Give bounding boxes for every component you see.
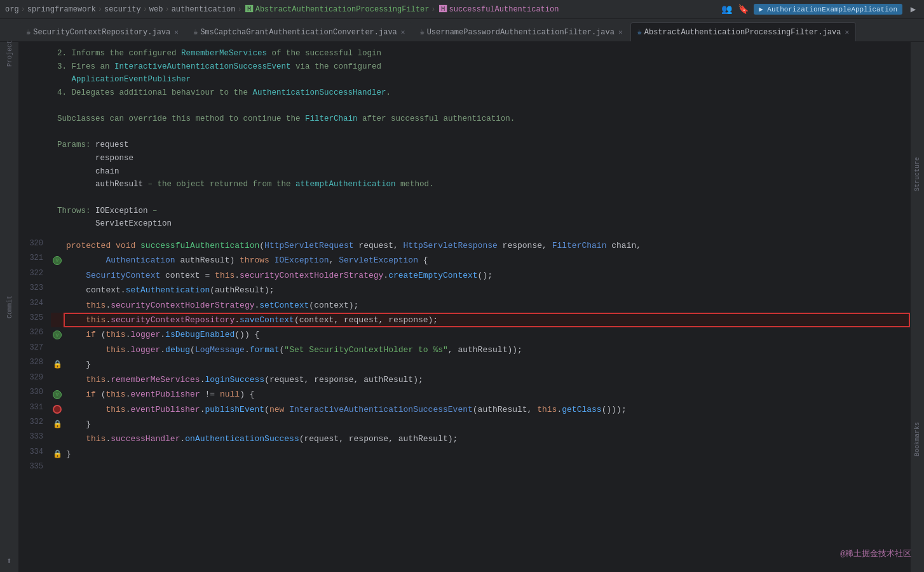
- bookmark-icon-321: ▽: [53, 256, 62, 265]
- tab-sms-captcha[interactable]: ☕ SmsCaptchaGrantAuthenticationConverter…: [186, 22, 412, 41]
- line-num-333: 333: [19, 432, 51, 446]
- tab-close-4[interactable]: ✕: [845, 28, 849, 36]
- code-line-334: 334 🔒 }: [19, 447, 910, 461]
- line-num-329: 329: [19, 372, 51, 387]
- gutter-333: [51, 432, 64, 446]
- doc-line-1: 2. Informs the configured RememberMeServ…: [57, 47, 900, 60]
- lock-icon-328: 🔒: [53, 360, 62, 369]
- line-num-324: 324: [19, 298, 51, 313]
- run-icon[interactable]: ▶: [907, 4, 919, 15]
- doc-line-12: [57, 191, 900, 205]
- gutter-326: ▽: [51, 327, 64, 342]
- line-num-330: 330: [19, 387, 51, 402]
- line-num-322: 322: [19, 268, 51, 283]
- breakpoint-331[interactable]: [53, 405, 62, 414]
- sep3: ›: [143, 5, 147, 14]
- bookmark-icon-330: ▽: [53, 390, 62, 399]
- right-label-bookmarks[interactable]: Bookmarks: [914, 422, 921, 456]
- tab-close-1[interactable]: ✕: [174, 28, 179, 36]
- line-content-334: }: [64, 447, 910, 461]
- gutter-330: ▽: [51, 387, 64, 402]
- gutter-320: [51, 238, 64, 253]
- gutter-324: [51, 298, 64, 313]
- line-num-321: 321: [19, 253, 51, 268]
- code-line-322: 322 SecurityContext context = this.secur…: [19, 268, 910, 283]
- sep2: ›: [98, 5, 102, 14]
- gutter-323: [51, 283, 64, 297]
- tab-abstract-filter[interactable]: ☕ AbstractAuthenticationProcessingFilter…: [630, 22, 857, 41]
- line-num-320: 320: [19, 238, 51, 253]
- tab-label-4: AbstractAuthenticationProcessingFilter.j…: [644, 28, 841, 37]
- line-content-325: this.securityContextRepository.saveConte…: [64, 313, 910, 327]
- line-num-327: 327: [19, 343, 51, 357]
- tab-username-password[interactable]: ☕ UsernamePasswordAuthenticationFilter.j…: [412, 22, 629, 41]
- doc-section: 2. Informs the configured RememberMeServ…: [19, 42, 910, 238]
- gutter-325: [51, 313, 64, 327]
- nav-bar: org › springframework › security › web ›…: [0, 0, 924, 19]
- line-content-328: }: [64, 357, 910, 372]
- bc-org[interactable]: org: [5, 5, 19, 14]
- editor-area[interactable]: 2. Informs the configured RememberMeServ…: [19, 42, 910, 572]
- code-line-323: 323 context.setAuthentication(authResult…: [19, 283, 910, 297]
- doc-line-7: [57, 126, 900, 139]
- bc-authentication[interactable]: authentication: [172, 5, 236, 14]
- code-line-328: 328 🔒 }: [19, 357, 910, 372]
- line-content-321: Authentication authResult) throws IOExce…: [64, 253, 910, 268]
- line-num-326: 326: [19, 327, 51, 342]
- doc-line-6: Subclasses can override this method to c…: [57, 112, 900, 126]
- bc-springframework[interactable]: springframework: [27, 5, 96, 14]
- code-line-327: 327 this.logger.debug(LogMessage.format(…: [19, 343, 910, 357]
- code-line-333: 333 this.successHandler.onAuthentication…: [19, 432, 910, 446]
- lock-icon-334: 🔒: [53, 449, 62, 459]
- gutter-334: 🔒: [51, 447, 64, 461]
- line-num-323: 323: [19, 283, 51, 297]
- bookmark-icon[interactable]: 🔖: [737, 4, 749, 15]
- watermark: @稀土掘金技术社区: [840, 548, 911, 559]
- tab-close-2[interactable]: ✕: [401, 28, 405, 36]
- line-content-320: protected void successfulAuthentication(…: [64, 238, 910, 253]
- tab-security-context[interactable]: ☕ SecurityContextRepository.java ✕: [19, 22, 186, 41]
- doc-line-14: ServletException: [57, 217, 900, 231]
- right-label-structure[interactable]: Structure: [914, 157, 921, 191]
- line-content-323: context.setAuthentication(authResult);: [64, 283, 910, 297]
- gutter-331: [51, 402, 64, 417]
- doc-line-10: chain: [57, 165, 900, 179]
- line-content-332: }: [64, 417, 910, 432]
- sidebar-project-icon[interactable]: Project: [2, 46, 17, 61]
- sidebar-commit-icon[interactable]: Commit: [2, 299, 17, 315]
- lock-icon-332: 🔒: [53, 419, 62, 429]
- sep5: ›: [238, 5, 242, 14]
- gutter-335: [51, 461, 64, 475]
- git-icon[interactable]: 👥: [721, 4, 732, 15]
- gutter-321: ▽: [51, 253, 64, 268]
- bc-class-icon: 🅼: [245, 4, 253, 14]
- doc-line-2: 3. Fires an InteractiveAuthenticationSuc…: [57, 60, 900, 74]
- bc-web[interactable]: web: [149, 5, 163, 14]
- line-content-335: [64, 461, 910, 475]
- tab-label-2: SmsCaptchaGrantAuthenticationConverter.j…: [200, 28, 397, 37]
- bc-filter[interactable]: AbstractAuthenticationProcessingFilter: [255, 5, 430, 14]
- code-line-329: 329 this.rememberMeServices.loginSuccess…: [19, 372, 910, 387]
- line-content-322: SecurityContext context = this.securityC…: [64, 268, 910, 283]
- line-num-331: 331: [19, 402, 51, 417]
- left-sidebar: Project Commit ⬆: [0, 42, 19, 572]
- tab-bar: ☕ SecurityContextRepository.java ✕ ☕ Sms…: [0, 19, 924, 42]
- code-content: 2. Informs the configured RememberMeServ…: [19, 42, 910, 475]
- line-content-330: if (this.eventPublisher != null) {: [64, 387, 910, 402]
- code-line-320: 320 protected void successfulAuthenticat…: [19, 238, 910, 253]
- sep1: ›: [21, 5, 25, 14]
- right-sidebar: Structure Bookmarks: [910, 42, 924, 572]
- bc-method[interactable]: successfulAuthentication: [449, 5, 559, 14]
- app-label[interactable]: ▶ AuthorizationExampleApplication: [754, 4, 902, 15]
- code-line-324: 324 this.securityContextHolderStrategy.s…: [19, 298, 910, 313]
- doc-line-9: response: [57, 152, 900, 165]
- sidebar-push-icon[interactable]: ⬆: [2, 553, 17, 568]
- doc-line-13: Throws: IOException –: [57, 205, 900, 218]
- bc-method-icon: 🅼: [439, 4, 447, 14]
- bc-security[interactable]: security: [104, 5, 141, 14]
- tab-icon-4: ☕: [637, 27, 642, 37]
- line-content-329: this.rememberMeServices.loginSuccess(req…: [64, 372, 910, 387]
- tab-close-3[interactable]: ✕: [618, 28, 623, 36]
- doc-line-8: Params: request: [57, 139, 900, 152]
- doc-line-5: [57, 100, 900, 113]
